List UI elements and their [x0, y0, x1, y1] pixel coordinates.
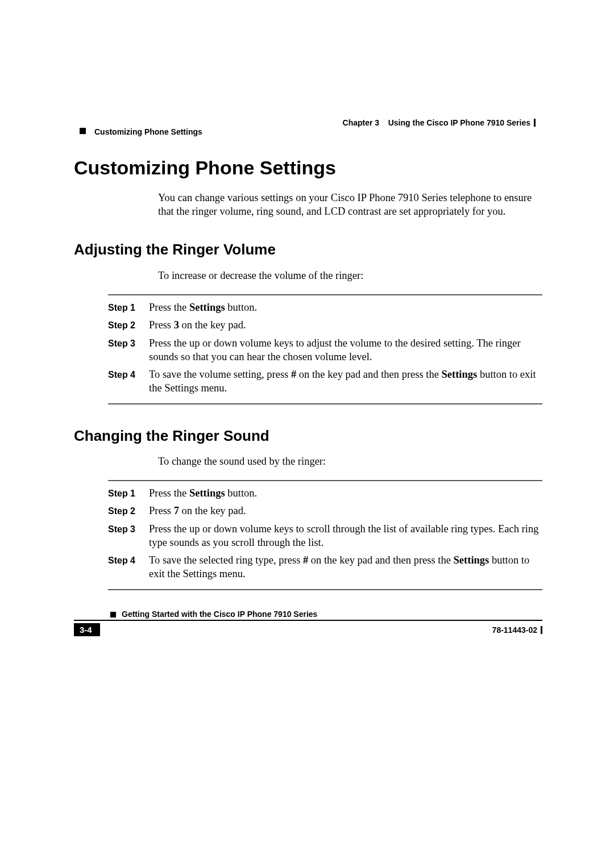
- step-text: Press the up or down volume keys to adju…: [149, 337, 542, 364]
- step-row: Step 4 To save the volume setting, press…: [108, 368, 542, 395]
- intro-paragraph: You can change various settings on your …: [158, 191, 542, 218]
- rule-bottom: [108, 403, 542, 404]
- rule-bottom: [108, 589, 542, 590]
- chapter-label: Chapter 3: [343, 118, 380, 127]
- square-bullet-icon: [110, 612, 116, 617]
- step-label: Step 1: [108, 301, 149, 314]
- footer-title-row: Getting Started with the Cisco IP Phone …: [74, 610, 542, 621]
- step-label: Step 4: [108, 554, 149, 566]
- step-label: Step 2: [108, 319, 149, 331]
- chapter-title: Using the Cisco IP Phone 7910 Series: [388, 118, 530, 127]
- header-chapter: Chapter 3 Using the Cisco IP Phone 7910 …: [343, 118, 536, 127]
- header-bar-icon: [534, 119, 536, 127]
- section-heading: Changing the Ringer Sound: [74, 427, 542, 445]
- steps-block: Step 1 Press the Settings button. Step 2…: [108, 294, 542, 404]
- step-row: Step 1 Press the Settings button.: [108, 301, 542, 315]
- step-row: Step 1 Press the Settings button.: [108, 487, 542, 500]
- step-row: Step 3 Press the up or down volume keys …: [108, 523, 542, 549]
- step-text: To save the selected ring type, press # …: [149, 554, 542, 581]
- step-label: Step 1: [108, 487, 149, 499]
- footer-book-title: Getting Started with the Cisco IP Phone …: [122, 610, 317, 619]
- footer-bar-icon: [541, 626, 542, 634]
- step-text: Press 3 on the key pad.: [149, 319, 542, 332]
- step-row: Step 2 Press 7 on the key pad.: [108, 504, 542, 518]
- step-text: Press the up or down volume keys to scro…: [149, 523, 542, 549]
- step-text: Press the Settings button.: [149, 487, 542, 500]
- step-label: Step 3: [108, 337, 149, 349]
- document-page: Chapter 3 Using the Cisco IP Phone 7910 …: [0, 0, 614, 868]
- section-lead: To increase or decrease the volume of th…: [158, 269, 542, 283]
- section-heading: Adjusting the Ringer Volume: [74, 241, 542, 258]
- step-text: To save the volume setting, press # on t…: [149, 368, 542, 395]
- step-label: Step 3: [108, 523, 149, 535]
- page-title: Customizing Phone Settings: [74, 157, 542, 179]
- square-bullet-icon: [80, 128, 86, 134]
- document-number: 78-11443-02: [492, 625, 542, 635]
- rule-top: [108, 294, 542, 295]
- step-row: Step 4 To save the selected ring type, p…: [108, 554, 542, 581]
- page-footer: Getting Started with the Cisco IP Phone …: [74, 610, 542, 636]
- steps-block: Step 1 Press the Settings button. Step 2…: [108, 480, 542, 590]
- header-section: Customizing Phone Settings: [94, 127, 202, 136]
- page-number: 3-4: [74, 623, 100, 636]
- step-row: Step 3 Press the up or down volume keys …: [108, 337, 542, 364]
- footer-bottom-row: 3-4 78-11443-02: [74, 623, 542, 636]
- content-area: Customizing Phone Settings You can chang…: [74, 157, 542, 590]
- section-lead: To change the sound used by the ringer:: [158, 455, 542, 469]
- step-row: Step 2 Press 3 on the key pad.: [108, 319, 542, 332]
- step-label: Step 2: [108, 504, 149, 517]
- step-text: Press the Settings button.: [149, 301, 542, 315]
- step-text: Press 7 on the key pad.: [149, 504, 542, 518]
- step-label: Step 4: [108, 368, 149, 381]
- rule-top: [108, 480, 542, 481]
